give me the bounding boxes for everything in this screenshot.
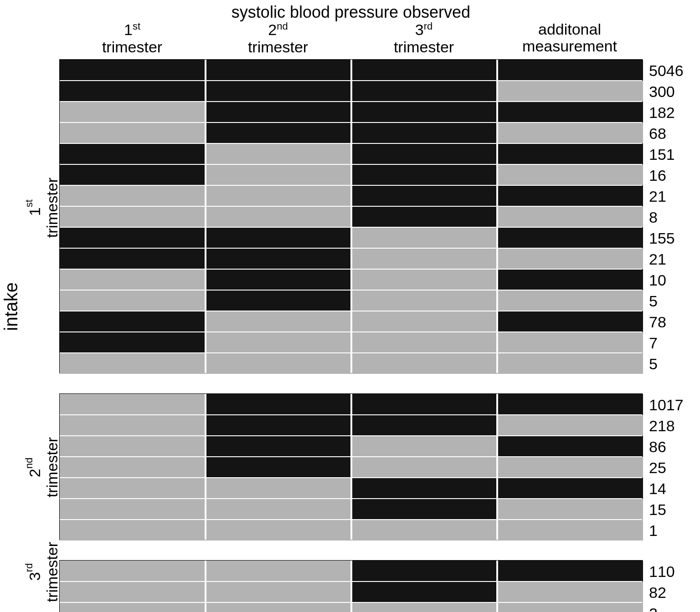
count-label: 86: [649, 438, 666, 456]
heatmap-cell: [351, 499, 497, 520]
heatmap-cell: [351, 353, 497, 374]
heatmap-cell: [206, 81, 351, 102]
count-label: 68: [649, 125, 666, 143]
heatmap-cell: [60, 457, 206, 478]
heatmap-cell: [351, 248, 497, 269]
heatmap-cell: [206, 122, 351, 143]
col-header-2: 2ndtrimester: [205, 21, 351, 56]
count-label: 21: [649, 188, 666, 205]
heatmap-cell: [60, 394, 206, 415]
heatmap-cell: [351, 290, 497, 311]
heatmap-cell: [497, 206, 643, 227]
heatmap-cell: [206, 353, 351, 374]
heatmap-cell: [351, 164, 497, 185]
heatmap-cell: [497, 561, 643, 581]
count-label: 7: [649, 334, 658, 352]
heatmap-cell: [497, 269, 643, 290]
heatmap-cell: [351, 143, 497, 164]
heatmap-cell: [206, 227, 351, 248]
chart-title: systolic blood pressure observed: [155, 3, 547, 22]
heatmap-cell: [497, 248, 643, 269]
heatmap-cell: [206, 102, 351, 122]
count-label: 5046: [649, 62, 684, 80]
heatmap-cell: [206, 602, 351, 612]
heatmap-cell: [351, 122, 497, 143]
heatmap-cell: [497, 436, 643, 457]
heatmap-cell: [497, 415, 643, 436]
heatmap-cell: [497, 499, 643, 520]
heatmap-cell: [497, 185, 643, 206]
heatmap-cell: [351, 520, 497, 541]
heatmap-cell: [206, 561, 351, 581]
count-label: 82: [649, 584, 666, 602]
group-frame: [59, 59, 643, 373]
count-label: 1: [649, 522, 658, 540]
count-label: 1017: [649, 396, 684, 414]
heatmap-cell: [351, 415, 497, 436]
count-label: 78: [649, 313, 666, 331]
heatmap-cell: [60, 60, 206, 81]
heatmap-cell: [206, 478, 351, 499]
group-label-3: 3rdtrimester: [24, 542, 61, 602]
heatmap-cell: [206, 415, 351, 436]
group-frame: [59, 393, 643, 540]
heatmap-cell: [351, 60, 497, 81]
heatmap-cell: [351, 311, 497, 332]
heatmap-cell: [497, 602, 643, 612]
count-label: 14: [649, 480, 666, 498]
heatmap-cell: [497, 478, 643, 499]
heatmap-cell: [60, 332, 206, 353]
heatmap-cell: [60, 143, 206, 164]
heatmap-cell: [60, 164, 206, 185]
group-frame: [59, 560, 643, 612]
y-axis-label: intake: [1, 282, 21, 331]
heatmap-cell: [60, 478, 206, 499]
heatmap-cell: [60, 290, 206, 311]
heatmap-cell: [497, 102, 643, 122]
heatmap-cell: [351, 81, 497, 102]
heatmap-cell: [206, 394, 351, 415]
group-label-1: 1sttrimester: [24, 178, 61, 238]
heatmap-cell: [351, 602, 497, 612]
count-label: 155: [649, 230, 675, 247]
col-header-1: 1sttrimester: [59, 21, 205, 56]
heatmap-cell: [206, 185, 351, 206]
heatmap-cell: [206, 60, 351, 81]
heatmap-cell: [351, 581, 497, 602]
heatmap-cell: [497, 520, 643, 541]
heatmap-cell: [497, 353, 643, 374]
heatmap-cell: [206, 164, 351, 185]
heatmap-cell: [60, 206, 206, 227]
heatmap-cell: [351, 436, 497, 457]
count-label: 10: [649, 271, 666, 289]
count-label: 182: [649, 104, 675, 122]
heatmap-cell: [497, 164, 643, 185]
heatmap-cell: [60, 520, 206, 541]
heatmap-cell: [206, 520, 351, 541]
count-label: 5: [649, 292, 658, 310]
count-label: 15: [649, 501, 666, 519]
heatmap-cell: [351, 394, 497, 415]
heatmap-cell: [60, 122, 206, 143]
count-label: 16: [649, 167, 666, 184]
heatmap-cell: [497, 143, 643, 164]
count-label: 21: [649, 250, 666, 268]
count-label: 151: [649, 146, 675, 163]
heatmap-cell: [60, 581, 206, 602]
count-label: 218: [649, 417, 675, 435]
heatmap-cell: [351, 561, 497, 581]
heatmap-cell: [206, 269, 351, 290]
heatmap-cell: [497, 60, 643, 81]
heatmap-cell: [351, 269, 497, 290]
heatmap-cell: [60, 81, 206, 102]
heatmap-cell: [497, 122, 643, 143]
heatmap-cell: [351, 206, 497, 227]
heatmap-cell: [497, 311, 643, 332]
chart-container: systolic blood pressure observed 1sttrim…: [0, 0, 700, 612]
heatmap-cell: [351, 457, 497, 478]
heatmap-cell: [351, 185, 497, 206]
heatmap-cell: [60, 248, 206, 269]
heatmap-cell: [206, 436, 351, 457]
heatmap-cell: [497, 290, 643, 311]
heatmap-cell: [351, 102, 497, 122]
